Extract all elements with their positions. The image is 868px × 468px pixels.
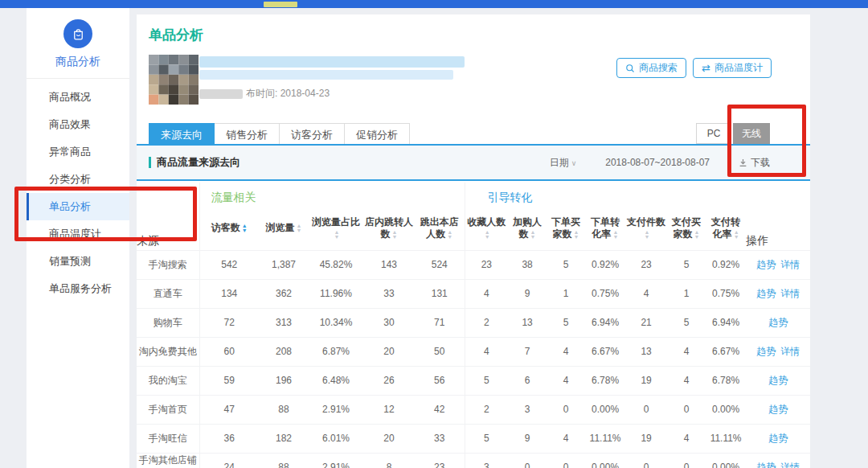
column-header-加购人数[interactable]: 加购人数▲▼: [508, 207, 547, 250]
product-search-button[interactable]: 商品搜索: [616, 58, 686, 78]
value-cell: 4: [667, 424, 706, 453]
sort-icon[interactable]: ▲▼: [485, 230, 490, 240]
sort-icon[interactable]: ▲▼: [734, 230, 739, 240]
sort-icon[interactable]: ▲▼: [613, 230, 619, 240]
sort-icon[interactable]: ▲▼: [447, 230, 452, 240]
publish-time: 布时间: 2018-04-23: [199, 87, 330, 101]
value-cell: 0: [508, 453, 547, 468]
sidebar-item-商品温度计[interactable]: 商品温度计: [27, 220, 129, 248]
trend-link[interactable]: 趋势: [756, 462, 776, 468]
value-cell: 60: [199, 337, 259, 366]
value-cell: 0.75%: [585, 279, 625, 308]
value-cell: 26: [363, 366, 415, 395]
value-cell: 0: [667, 453, 706, 468]
value-cell: 11.11%: [585, 424, 625, 453]
sort-icon[interactable]: ▲▼: [297, 224, 302, 233]
detail-link[interactable]: 详情: [780, 259, 800, 270]
date-range-value[interactable]: 2018-08-07~2018-08-07: [605, 157, 710, 168]
value-cell: 45.82%: [309, 250, 363, 279]
sort-icon[interactable]: ▲▼: [645, 230, 650, 240]
actions-cell: 趋势: [746, 395, 810, 424]
tab-促销分析[interactable]: 促销分析: [344, 123, 410, 146]
trend-link[interactable]: 趋势: [768, 317, 788, 328]
value-cell: 59: [199, 366, 259, 395]
download-button[interactable]: 下载: [739, 156, 770, 170]
value-cell: 72: [199, 308, 259, 337]
trend-link[interactable]: 趋势: [756, 288, 776, 299]
device-toggle-无线[interactable]: 无线: [733, 123, 770, 144]
sort-icon[interactable]: ▲▼: [242, 224, 248, 233]
sidebar-item-分类分析[interactable]: 分类分析: [27, 166, 129, 193]
source-cell: 淘内免费其他: [137, 337, 199, 366]
value-cell: 1: [667, 279, 706, 308]
source-cell: 手淘旺信: [137, 424, 199, 453]
actions-cell: 趋势: [746, 308, 810, 337]
sidebar-item-商品概况[interactable]: 商品概况: [27, 84, 129, 111]
column-header-浏览量占比[interactable]: 浏览量占比▲▼: [309, 207, 363, 250]
column-header-支付件数[interactable]: 支付件数▲▼: [625, 207, 667, 250]
sidebar-item-单品服务分析[interactable]: 单品服务分析: [27, 275, 129, 302]
device-toggle-PC[interactable]: PC: [696, 123, 731, 144]
sidebar-section-header: 商品分析: [27, 8, 129, 79]
value-cell: 2.91%: [309, 395, 363, 424]
actions-cell: 趋势详情: [746, 453, 810, 468]
column-header-支付转化率[interactable]: 支付转化率▲▼: [706, 207, 746, 250]
sort-icon[interactable]: ▲▼: [574, 230, 579, 240]
column-header-收藏人数[interactable]: 收藏人数▲▼: [465, 207, 508, 250]
value-cell: 88: [259, 395, 309, 424]
value-cell: 5: [465, 424, 508, 453]
value-cell: 6.78%: [706, 366, 746, 395]
column-header-下单转化率[interactable]: 下单转化率▲▼: [585, 207, 625, 250]
trend-link[interactable]: 趋势: [756, 259, 776, 270]
trend-link[interactable]: 趋势: [768, 433, 788, 444]
detail-link[interactable]: 详情: [780, 462, 800, 468]
blurred-product-title-line-1: [199, 56, 465, 68]
value-cell: 47: [199, 395, 259, 424]
sidebar-item-异常商品[interactable]: 异常商品: [27, 138, 129, 166]
date-dropdown[interactable]: 日期∨: [550, 156, 577, 170]
column-header-下单买家数[interactable]: 下单买家数▲▼: [547, 207, 585, 250]
sort-icon[interactable]: ▲▼: [334, 230, 340, 240]
trend-link[interactable]: 趋势: [768, 404, 788, 415]
tab-来源去向[interactable]: 来源去向: [149, 123, 215, 146]
product-image: [149, 55, 199, 105]
value-cell: 24: [199, 453, 259, 468]
tab-销售分析[interactable]: 销售分析: [214, 123, 280, 146]
value-cell: 4: [625, 279, 667, 308]
column-header-访客数[interactable]: 访客数▲▼: [199, 207, 259, 250]
trend-link[interactable]: 趋势: [756, 346, 776, 357]
sort-icon[interactable]: ▲▼: [694, 230, 700, 240]
value-cell: 5: [547, 308, 585, 337]
value-cell: 4: [547, 424, 585, 453]
product-thermometer-button[interactable]: ⇄ 商品温度计: [693, 58, 772, 78]
chevron-down-icon: ∨: [571, 159, 577, 167]
sort-icon[interactable]: ▲▼: [530, 230, 536, 240]
value-cell: 131: [415, 279, 465, 308]
trend-link[interactable]: 趋势: [768, 375, 788, 386]
value-cell: 524: [415, 250, 465, 279]
value-cell: 19: [625, 424, 667, 453]
sidebar-item-单品分析[interactable]: 单品分析: [27, 193, 129, 220]
source-cell: 我的淘宝: [137, 366, 199, 395]
sort-icon[interactable]: ▲▼: [392, 230, 398, 240]
value-cell: 42: [415, 395, 465, 424]
value-cell: 2.91%: [309, 453, 363, 468]
value-cell: 4: [667, 337, 706, 366]
tab-访客分析[interactable]: 访客分析: [279, 123, 345, 146]
detail-link[interactable]: 详情: [780, 288, 800, 299]
top-browser-bar: [0, 0, 868, 8]
sidebar-item-销量预测[interactable]: 销量预测: [27, 248, 129, 275]
actions-cell: 趋势: [746, 424, 810, 453]
section-accent-bar: [149, 157, 151, 168]
column-header-店内跳转人数[interactable]: 店内跳转人数▲▼: [363, 207, 415, 250]
topbar-accent-segment: [264, 2, 297, 7]
sidebar-item-商品效果[interactable]: 商品效果: [27, 111, 129, 138]
value-cell: 0.00%: [706, 453, 746, 468]
value-cell: 20: [363, 337, 415, 366]
source-cell: 购物车: [137, 308, 199, 337]
value-cell: 208: [259, 337, 309, 366]
column-header-支付买家数[interactable]: 支付买家数▲▼: [667, 207, 706, 250]
detail-link[interactable]: 详情: [780, 346, 800, 357]
column-header-浏览量[interactable]: 浏览量▲▼: [259, 207, 309, 250]
column-header-跳出本店人数[interactable]: 跳出本店人数▲▼: [415, 207, 465, 250]
